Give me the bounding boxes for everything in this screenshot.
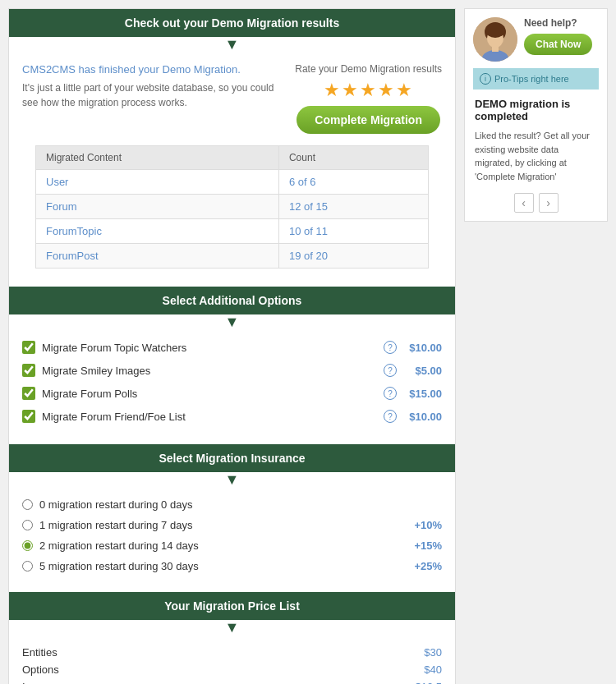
price-label: Entities [22,646,57,659]
option-row: Migrate Smiley Images?$5.00 [22,364,442,377]
help-icon-2[interactable]: ? [384,387,397,400]
insurance-row: 2 migration restart during 14 days+15% [22,539,442,552]
option-price: $10.00 [397,342,442,354]
tip-content: DEMO migration is completed Liked the re… [473,94,599,186]
table-header-content: Migrated Content [36,146,279,170]
sidebar: Need help? Chat Now i Pro-Tips right her… [464,8,608,684]
insurance-radio-3[interactable] [22,561,33,572]
insurance-label: 1 migration restart during 7 days [39,519,405,531]
price-row: Options$40 [22,663,442,676]
option-price: $10.00 [397,411,442,423]
svg-point-3 [485,23,505,38]
insurance-row: 5 migration restart during 30 days+25% [22,560,442,572]
option-price: $15.00 [397,388,442,400]
insurance-label: 2 migration restart during 14 days [39,539,405,552]
insurance-label: 0 migration restart during 0 days [39,498,442,511]
price-section: Entities$30Options$40Insurance$10.5TOTAL… [9,635,455,684]
option-price: $5.00 [397,365,442,377]
table-row: ForumPost19 of 20 [36,244,429,269]
demo-subtitle: It's just a little part of your website … [22,80,282,110]
insurance-radio-1[interactable] [22,520,33,530]
option-label: Migrate Forum Polls [42,388,380,400]
help-icon-3[interactable]: ? [384,410,397,423]
table-cell-content: User [36,170,279,195]
price-value: $30 [424,646,442,659]
help-icon-0[interactable]: ? [384,341,397,354]
insurance-percent: +15% [405,539,442,552]
complete-migration-button-top[interactable]: Complete Migration [297,106,440,134]
insurance-percent: +25% [405,560,442,572]
option-checkbox-3[interactable] [22,410,35,423]
demo-header: Check out your Demo Migration results [9,9,455,37]
table-cell-count: 12 of 15 [278,195,428,219]
insurance-header: Select Migration Insurance [9,444,455,472]
insurance-section: 0 migration restart during 0 days1 migra… [9,487,455,592]
prev-arrow[interactable]: ‹ [514,193,534,213]
insurance-label: 5 migration restart during 30 days [39,560,405,572]
price-row: Insurance$10.5 [22,681,442,684]
insurance-percent: +10% [405,519,442,531]
options-arrow: ▼ [9,314,455,329]
insurance-row: 1 migration restart during 7 days+10% [22,519,442,531]
tip-title: DEMO migration is completed [475,98,597,122]
price-value: $10.5 [415,681,442,684]
table-row: User6 of 6 [36,170,429,195]
table-row: Forum12 of 15 [36,195,429,219]
price-label: Insurance [22,681,69,684]
option-label: Migrate Forum Topic Watchers [42,342,380,354]
stars: ★★★★★ [324,80,414,101]
price-list-header: Your Migration Price List [9,592,455,620]
table-cell-content: ForumTopic [36,219,279,244]
table-cell-content: ForumPost [36,244,279,269]
options-section: Migrate Forum Topic Watchers?$10.00Migra… [9,329,455,444]
price-label: Options [22,663,59,676]
insurance-arrow: ▼ [9,472,455,487]
need-help-label: Need help? [524,17,592,29]
price-value: $40 [424,663,442,676]
agent-section: Need help? Chat Now [473,17,599,62]
option-row: Migrate Forum Polls?$15.00 [22,387,442,400]
option-row: Migrate Forum Topic Watchers?$10.00 [22,341,442,354]
sidebar-nav: ‹ › [473,193,599,213]
price-row: Entities$30 [22,646,442,659]
insurance-radio-2[interactable] [22,540,33,551]
migration-table: Migrated Content Count User6 of 6Forum12… [35,145,429,269]
table-cell-count: 10 of 11 [278,219,428,244]
pro-tips-bar: i Pro-Tips right here [473,68,599,90]
insurance-row: 0 migration restart during 0 days [22,498,442,511]
info-icon: i [480,73,491,85]
option-checkbox-1[interactable] [22,364,35,377]
tip-text: Liked the result? Get all your existing … [475,129,597,183]
table-header-count: Count [278,146,428,170]
table-cell-count: 19 of 20 [278,244,428,269]
help-card: Need help? Chat Now i Pro-Tips right her… [464,8,608,222]
table-cell-content: Forum [36,195,279,219]
price-arrow: ▼ [9,620,455,635]
help-icon-1[interactable]: ? [384,364,397,377]
additional-options-header: Select Additional Options [9,287,455,314]
table-row: ForumTopic10 of 11 [36,219,429,244]
option-checkbox-0[interactable] [22,341,35,354]
option-checkbox-2[interactable] [22,387,35,400]
demo-results-section: CMS2CMS has finished your Demo Migration… [9,52,455,287]
option-row: Migrate Forum Friend/Foe List?$10.00 [22,410,442,423]
rate-label: Rate your Demo Migration results [295,63,442,75]
option-label: Migrate Forum Friend/Foe List [42,411,380,423]
table-cell-count: 6 of 6 [278,170,428,195]
svg-rect-5 [492,46,499,52]
agent-avatar [473,17,517,62]
chat-now-button[interactable]: Chat Now [524,34,592,55]
agent-info: Need help? Chat Now [524,17,592,55]
next-arrow[interactable]: › [539,193,559,213]
option-label: Migrate Smiley Images [42,365,380,377]
header-arrow: ▼ [9,37,455,52]
insurance-radio-0[interactable] [22,499,33,510]
demo-title: CMS2CMS has finished your Demo Migration… [22,63,282,76]
